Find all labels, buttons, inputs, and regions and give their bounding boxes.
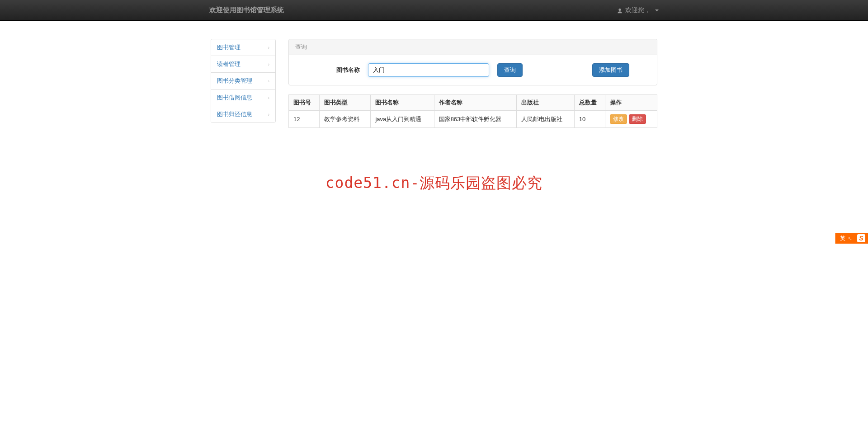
- sidebar-item-books[interactable]: 图书管理 ›: [211, 39, 275, 56]
- search-field-label: 图书名称: [296, 66, 360, 74]
- app-title: 欢迎使用图书馆管理系统: [209, 6, 284, 14]
- chevron-right-icon: ›: [268, 95, 269, 100]
- col-name: 图书名称: [371, 95, 434, 111]
- sidebar-item-label: 图书分类管理: [217, 77, 252, 85]
- add-book-button[interactable]: 添加图书: [592, 63, 629, 77]
- sidebar-item-categories[interactable]: 图书分类管理 ›: [211, 73, 275, 89]
- sidebar-item-label: 图书归还信息: [217, 110, 252, 118]
- col-ops: 操作: [605, 95, 657, 111]
- table-header-row: 图书号 图书类型 图书名称 作者名称 出版社 总数量 操作: [289, 95, 657, 111]
- chevron-down-icon: [655, 9, 659, 11]
- main-content: 查询 图书名称 查询 添加图书 图书号 图书类型 图书名称 作者名称 出版社: [288, 39, 657, 128]
- cell-publisher: 人民邮电出版社: [516, 111, 574, 128]
- top-navbar: 欢迎使用图书馆管理系统 欢迎您，: [0, 0, 868, 21]
- col-id: 图书号: [289, 95, 320, 111]
- user-icon: [617, 8, 623, 13]
- chevron-right-icon: ›: [268, 45, 269, 50]
- chevron-right-icon: ›: [268, 112, 269, 117]
- sidebar-item-return[interactable]: 图书归还信息 ›: [211, 106, 275, 122]
- chevron-right-icon: ›: [268, 79, 269, 84]
- sidebar: 图书管理 › 读者管理 › 图书分类管理 › 图书借阅信息 › 图书归还信息 ›: [211, 39, 276, 123]
- welcome-text: 欢迎您，: [625, 6, 651, 14]
- cell-total: 10: [574, 111, 605, 128]
- cell-type: 教学参考资料: [320, 111, 371, 128]
- chevron-right-icon: ›: [268, 62, 269, 67]
- col-publisher: 出版社: [516, 95, 574, 111]
- cell-id: 12: [289, 111, 320, 128]
- sidebar-item-label: 图书借阅信息: [217, 94, 252, 102]
- col-author: 作者名称: [434, 95, 516, 111]
- col-total: 总数量: [574, 95, 605, 111]
- user-dropdown[interactable]: 欢迎您，: [617, 6, 775, 14]
- search-panel: 查询 图书名称 查询 添加图书: [288, 39, 657, 85]
- cell-author: 国家863中部软件孵化器: [434, 111, 516, 128]
- cell-ops: 修改 删除: [605, 111, 657, 128]
- watermark-text: code51.cn-源码乐园盗图必究: [0, 173, 868, 193]
- sidebar-item-label: 读者管理: [217, 60, 241, 68]
- edit-button[interactable]: 修改: [610, 114, 627, 124]
- cell-name: java从入门到精通: [371, 111, 434, 128]
- table-row: 12 教学参考资料 java从入门到精通 国家863中部软件孵化器 人民邮电出版…: [289, 111, 657, 128]
- sidebar-item-borrow[interactable]: 图书借阅信息 ›: [211, 89, 275, 106]
- search-button[interactable]: 查询: [497, 63, 523, 77]
- panel-title: 查询: [289, 39, 657, 55]
- book-name-input[interactable]: [368, 63, 489, 77]
- sidebar-item-readers[interactable]: 读者管理 ›: [211, 56, 275, 73]
- delete-button[interactable]: 删除: [629, 114, 646, 124]
- sidebar-item-label: 图书管理: [217, 43, 241, 52]
- col-type: 图书类型: [320, 95, 371, 111]
- books-table: 图书号 图书类型 图书名称 作者名称 出版社 总数量 操作 12 教学参考资料 …: [288, 94, 657, 128]
